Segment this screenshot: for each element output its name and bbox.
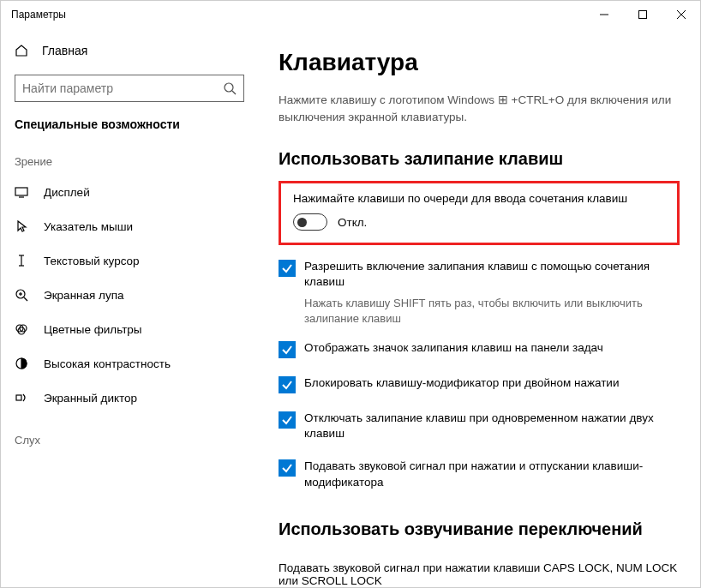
- maximize-button[interactable]: [623, 1, 662, 28]
- pointer-icon: [15, 219, 28, 233]
- nav-colorfilters[interactable]: Цветные фильтры: [1, 312, 258, 346]
- checkbox-icon[interactable]: [279, 459, 296, 477]
- check-allow-shortcut-sub: Нажать клавишу SHIFT пять раз, чтобы вкл…: [304, 296, 680, 327]
- checkbox-icon[interactable]: [279, 376, 296, 393]
- search-icon: [223, 81, 237, 95]
- section-title: Специальные возможности: [1, 117, 258, 136]
- group-vision: Зрение: [1, 136, 258, 175]
- home-nav[interactable]: Главная: [1, 35, 258, 66]
- text-cursor-icon: [15, 254, 28, 267]
- nav-magnifier[interactable]: Экранная лупа: [1, 278, 258, 312]
- check-sound[interactable]: Подавать звуковой сигнал при нажатии и о…: [279, 459, 680, 489]
- page-heading: Клавиатура: [279, 49, 680, 76]
- display-icon: [15, 185, 28, 199]
- group-hearing: Слух: [1, 415, 258, 453]
- checkbox-icon[interactable]: [279, 260, 296, 277]
- highlight-box: Нажимайте клавиши по очереди для ввода с…: [279, 181, 680, 245]
- svg-rect-1: [638, 11, 646, 19]
- search-input[interactable]: [22, 81, 223, 95]
- toggle-track[interactable]: [293, 213, 327, 231]
- check-turn-off[interactable]: Отключать залипание клавиш при одновреме…: [279, 411, 680, 441]
- titlebar: Параметры: [1, 1, 700, 28]
- color-filter-icon: [15, 322, 28, 336]
- contrast-icon: [15, 357, 28, 370]
- section-sticky-heading: Использовать залипание клавиш: [279, 149, 680, 169]
- section-toggle-sounds-heading: Использовать озвучивание переключений: [279, 519, 680, 539]
- sticky-toggle[interactable]: Откл.: [293, 213, 665, 231]
- nav-highcontrast[interactable]: Высокая контрастность: [1, 346, 258, 381]
- narrator-icon: [15, 391, 28, 405]
- nav-narrator[interactable]: Экранный диктор: [1, 381, 258, 415]
- checkbox-icon[interactable]: [279, 411, 296, 429]
- toggle-state: Откл.: [338, 216, 367, 229]
- search-box[interactable]: [15, 75, 244, 102]
- check-allow-shortcut[interactable]: Разрешить включение залипания клавиш с п…: [279, 259, 680, 290]
- nav-display[interactable]: Дисплей: [1, 175, 258, 209]
- window-title: Параметры: [11, 9, 584, 21]
- home-icon: [15, 44, 28, 57]
- sidebar: Главная Специальные возможности Зрение Д…: [1, 28, 258, 587]
- check-taskbar-icon[interactable]: Отображать значок залипания клавиш на па…: [279, 340, 680, 358]
- minimize-button[interactable]: [584, 1, 623, 28]
- svg-line-14: [24, 297, 27, 301]
- toggle-knob: [297, 218, 307, 227]
- nav-textcursor[interactable]: Текстовый курсор: [1, 243, 258, 278]
- checkbox-icon[interactable]: [279, 341, 296, 358]
- sticky-toggle-label: Нажимайте клавиши по очереди для ввода с…: [293, 192, 665, 205]
- page-description: Нажмите клавишу с логотипом Windows ⊞ +C…: [279, 92, 680, 125]
- nav-pointer[interactable]: Указатель мыши: [1, 209, 258, 243]
- content-pane: Клавиатура Нажмите клавишу с логотипом W…: [258, 28, 700, 587]
- toggle-sounds-desc: Подавать звуковой сигнал при нажатии кла…: [279, 561, 680, 587]
- svg-rect-6: [15, 188, 27, 195]
- svg-line-5: [232, 91, 236, 94]
- close-button[interactable]: [662, 1, 700, 28]
- magnifier-icon: [15, 288, 28, 302]
- home-label: Главная: [42, 44, 87, 57]
- svg-point-4: [225, 83, 233, 92]
- svg-rect-19: [16, 395, 21, 400]
- check-lock-modifier[interactable]: Блокировать клавишу-модификатор при двой…: [279, 375, 680, 393]
